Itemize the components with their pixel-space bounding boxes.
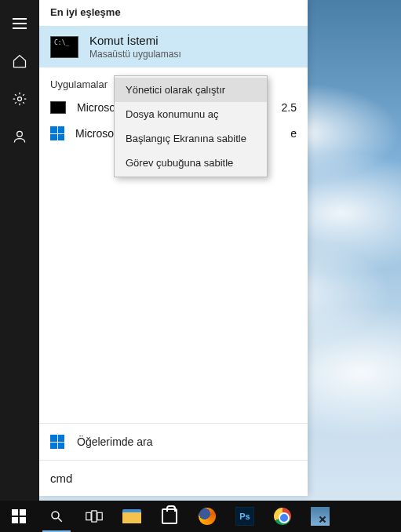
hamburger-icon[interactable] [0, 5, 39, 42]
firefox-icon [199, 508, 216, 525]
context-menu: Yönetici olarak çalıştır Dosya konumunu … [114, 75, 268, 177]
firefox-button[interactable] [188, 501, 226, 532]
photoshop-icon: Ps [235, 507, 254, 526]
best-match-header: En iyi eşleşme [39, 0, 308, 26]
svg-point-1 [17, 131, 23, 137]
windows-start-icon [12, 509, 26, 523]
svg-rect-6 [97, 512, 102, 519]
context-pin-to-start[interactable]: Başlangıç Ekranına sabitle [115, 126, 267, 151]
search-input-row [39, 460, 308, 496]
cmd-prompt-icon: C:\_ [50, 36, 78, 58]
svg-rect-4 [86, 512, 91, 519]
file-explorer-button[interactable] [113, 501, 151, 532]
store-icon [162, 508, 177, 524]
svg-line-3 [58, 518, 62, 522]
folder-icon [122, 509, 141, 523]
my-stuff-label: Öğelerimde ara [77, 435, 153, 448]
system-tools-button[interactable] [301, 501, 339, 532]
taskbar-search-button[interactable] [38, 501, 75, 532]
home-icon[interactable] [0, 42, 39, 80]
gear-icon[interactable] [0, 80, 39, 118]
chrome-icon [274, 508, 291, 525]
windows-logo-icon [50, 435, 64, 449]
start-search-panel: En iyi eşleşme C:\_ Komut İstemi Masaüst… [39, 0, 308, 496]
task-view-button[interactable] [75, 501, 113, 532]
best-match-title: Komut İstemi [89, 34, 181, 47]
context-pin-to-taskbar[interactable]: Görev çubuğuna sabitle [115, 151, 267, 175]
store-button[interactable] [151, 501, 188, 532]
svg-rect-5 [92, 511, 97, 522]
start-left-rail [0, 0, 39, 501]
context-run-as-admin[interactable]: Yönetici olarak çalıştır [115, 78, 267, 102]
best-match-text: Komut İstemi Masaüstü uygulaması [89, 34, 181, 60]
search-my-stuff[interactable]: Öğelerimde ara [39, 423, 308, 460]
taskbar: Ps [0, 501, 401, 532]
best-match-result[interactable]: C:\_ Komut İstemi Masaüstü uygulaması [39, 26, 308, 67]
cmd-small-icon [50, 101, 66, 114]
start-button[interactable] [0, 501, 38, 532]
context-open-file-location[interactable]: Dosya konumunu aç [115, 102, 267, 126]
app-result-suffix: e [290, 127, 297, 140]
svg-point-0 [18, 97, 22, 101]
photoshop-button[interactable]: Ps [226, 501, 264, 532]
user-icon[interactable] [0, 118, 39, 155]
app-result-suffix: 2.5 [282, 101, 297, 114]
windows-app-icon [50, 126, 64, 140]
search-input[interactable] [39, 461, 308, 496]
svg-point-2 [52, 512, 59, 519]
best-match-subtitle: Masaüstü uygulaması [89, 49, 181, 60]
chrome-button[interactable] [264, 501, 301, 532]
tools-icon [311, 507, 330, 526]
